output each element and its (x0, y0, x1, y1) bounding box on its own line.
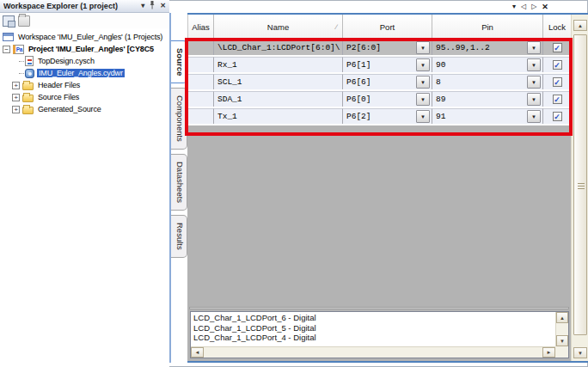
signal-list-hscrollbar[interactable]: ◄ ► (191, 346, 555, 358)
port-dropdown[interactable]: ▼ (416, 76, 430, 89)
signal-list-item[interactable]: LCD_Char_1_LCDPort_6 - Digital (193, 313, 553, 323)
scroll-up-icon[interactable]: ▲ (556, 312, 568, 323)
pin-cell[interactable]: 8 ▼ (432, 74, 543, 89)
pin-row-tx1[interactable]: Tx_1 P6[2] ▼ 91 ▼ ✓ (187, 108, 571, 125)
collapse-box[interactable]: − (3, 46, 10, 53)
tree-item-source-files[interactable]: + Source Files (0, 91, 169, 103)
lock-checkbox[interactable]: ✓ (553, 43, 562, 52)
expand-box[interactable]: + (12, 82, 20, 89)
name-cell[interactable]: SDA_1 (214, 91, 343, 107)
pin-dropdown[interactable]: ▼ (527, 76, 541, 89)
port-cell[interactable]: P6[2] ▼ (343, 108, 432, 124)
pin-row-scl1[interactable]: SCL_1 P6[6] ▼ 8 ▼ ✓ (187, 74, 571, 91)
folder-icon (22, 107, 34, 114)
pin-table: Alias Name ∕ Port Pin Lock \LCD_Char_1:L… (187, 15, 571, 361)
folder-view-icon[interactable] (18, 15, 30, 27)
psoc-creator-window: Workspace Explorer (1 project) ▾ ✕ Works… (0, 0, 588, 367)
alias-cell[interactable] (188, 57, 214, 72)
port-cell[interactable]: P2[6:0] ▼ (343, 40, 432, 55)
source-files-label: Source Files (36, 93, 81, 101)
column-header-pin[interactable]: Pin (432, 15, 543, 39)
pin-row-sda1[interactable]: SDA_1 P6[0] ▼ 89 ▼ ✓ (187, 91, 571, 108)
port-dropdown[interactable]: ▼ (416, 110, 430, 123)
tab-results[interactable]: Results (171, 215, 187, 258)
port-dropdown[interactable]: ▼ (416, 58, 430, 71)
lock-checkbox[interactable]: ✓ (553, 77, 562, 87)
column-header-alias[interactable]: Alias (188, 15, 214, 39)
pushpin-icon[interactable] (149, 1, 156, 11)
column-header-port[interactable]: Port (343, 15, 432, 39)
lock-cell: ✓ (543, 108, 572, 124)
signal-list-item[interactable]: LCD_Char_1_LCDPort_4 - Digital (193, 333, 553, 343)
pin-row-rx1[interactable]: Rx_1 P6[1] ▼ 90 ▼ ✓ (187, 57, 571, 74)
signal-list: LCD_Char_1_LCDPort_6 - Digital LCD_Char_… (191, 312, 555, 346)
tab-source[interactable]: Source (171, 40, 187, 83)
generated-source-label: Generated_Source (36, 105, 103, 113)
name-cell[interactable]: Tx_1 (214, 108, 343, 124)
tab-datasheets[interactable]: Datasheets (171, 154, 187, 211)
pin-cell[interactable]: 89 ▼ (432, 91, 543, 107)
scrollbar-corner (555, 346, 568, 358)
schematic-file-icon (25, 56, 34, 66)
scroll-up-icon[interactable]: ▲ (573, 20, 587, 31)
nav-back-icon[interactable]: ◁ (521, 3, 526, 11)
tab-components[interactable]: Components (171, 88, 187, 150)
document-menu-icon[interactable]: ▾ (512, 3, 516, 11)
lock-checkbox[interactable]: ✓ (553, 95, 562, 104)
scroll-down-icon[interactable]: ▼ (573, 347, 587, 358)
workspace-toolbar (0, 13, 169, 28)
pin-dropdown[interactable]: ▼ (527, 58, 541, 71)
lock-cell: ✓ (543, 91, 572, 107)
pin-cell[interactable]: 90 ▼ (432, 57, 543, 72)
pin-dropdown[interactable]: ▼ (527, 41, 541, 54)
panel-title: Workspace Explorer (1 project) (3, 2, 141, 10)
window-position-menu-icon[interactable]: ▾ (141, 3, 144, 9)
close-document-icon[interactable]: ✕ (542, 3, 548, 11)
tree-item-topdesign[interactable]: TopDesign.cysch (0, 55, 169, 67)
column-header-name[interactable]: Name ∕ (214, 15, 343, 39)
expand-box[interactable]: + (12, 94, 20, 101)
workspace-icon (3, 33, 14, 41)
project-label: Project 'IMU_Euler_Angles' [CY8C5 (27, 45, 156, 53)
name-cell[interactable]: Rx_1 (214, 57, 343, 72)
pin-row-lcd-port[interactable]: \LCD_Char_1:LCDPort[6:0]\ P2[6:0] ▼ 95..… (187, 40, 571, 57)
tree-item-workspace[interactable]: Workspace 'IMU_Euler_Angles' (1 Projects… (0, 31, 169, 43)
workspace-explorer-titlebar[interactable]: Workspace Explorer (1 project) ▾ ✕ (0, 0, 169, 13)
alias-cell[interactable] (188, 74, 214, 89)
tree-item-header-files[interactable]: + Header Files (0, 79, 169, 91)
scroll-left-icon[interactable]: ◄ (191, 347, 204, 358)
pin-dropdown[interactable]: ▼ (527, 93, 541, 106)
port-cell[interactable]: P6[6] ▼ (343, 74, 432, 89)
scroll-right-icon[interactable]: ► (542, 347, 555, 358)
window-layers-icon[interactable] (3, 15, 15, 27)
port-dropdown[interactable]: ▼ (416, 93, 430, 106)
scrollbar-thumb[interactable] (573, 34, 587, 335)
nav-forward-icon[interactable]: ▷ (531, 3, 536, 11)
expand-box[interactable]: + (12, 106, 20, 113)
lock-checkbox[interactable]: ✓ (553, 112, 562, 121)
panel-splitter[interactable] (189, 307, 569, 309)
port-dropdown[interactable]: ▼ (416, 41, 430, 54)
alias-cell[interactable] (188, 40, 214, 55)
column-header-lock[interactable]: Lock (543, 15, 572, 39)
tree-item-project[interactable]: − Pa Project 'IMU_Euler_Angles' [CY8C5 (0, 43, 169, 55)
close-icon[interactable]: ✕ (160, 3, 166, 9)
lock-checkbox[interactable]: ✓ (553, 60, 562, 70)
header-files-label: Header Files (36, 81, 82, 89)
pin-dropdown[interactable]: ▼ (527, 110, 541, 123)
alias-cell[interactable] (188, 108, 214, 124)
pin-cell[interactable]: 95..99,1..2 ▼ (432, 40, 543, 55)
signal-list-item[interactable]: LCD_Char_1_LCDPort_5 - Digital (193, 323, 553, 333)
tree-item-cydwr[interactable]: IMU_Euler_Angles.cydwr (0, 67, 169, 79)
sort-ascending-icon: ∕ (336, 23, 337, 31)
signal-list-vscrollbar[interactable]: ▲ ▼ (555, 312, 568, 346)
name-cell[interactable]: \LCD_Char_1:LCDPort[6:0]\ (214, 40, 343, 55)
port-cell[interactable]: P6[0] ▼ (343, 91, 432, 107)
pin-cell[interactable]: 91 ▼ (432, 108, 543, 124)
document-vscrollbar[interactable]: ▲ ▼ (571, 15, 588, 361)
port-cell[interactable]: P6[1] ▼ (343, 57, 432, 72)
tree-item-generated-source[interactable]: + Generated_Source (0, 103, 169, 115)
name-cell[interactable]: SCL_1 (214, 74, 343, 89)
scroll-down-icon[interactable]: ▼ (556, 335, 568, 346)
alias-cell[interactable] (188, 91, 214, 107)
